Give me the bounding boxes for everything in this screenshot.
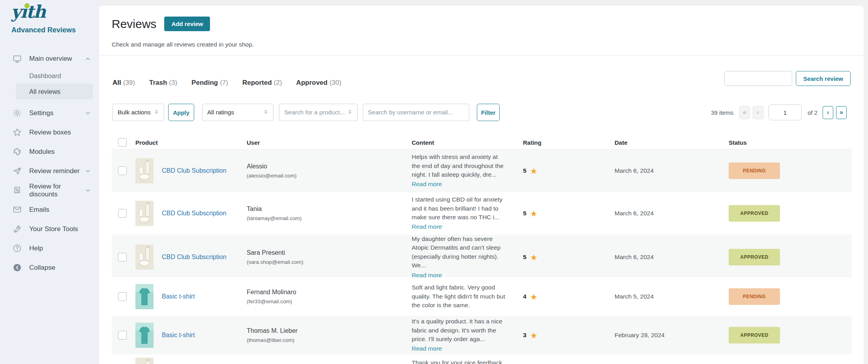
row-checkbox[interactable] bbox=[118, 292, 127, 301]
next-page-button[interactable]: › bbox=[823, 106, 833, 119]
review-content: Thank you for your nice feedback. It... bbox=[412, 359, 504, 364]
rating-value: 5 bbox=[523, 254, 527, 261]
sidebar-item-review-boxes[interactable]: Review boxes bbox=[0, 123, 99, 142]
send-icon bbox=[12, 166, 22, 176]
prev-page-button[interactable]: ‹ bbox=[753, 106, 763, 119]
sidebar-item-review-for-discounts[interactable]: Review for discounts bbox=[0, 181, 99, 200]
first-page-button[interactable]: « bbox=[739, 106, 750, 119]
bulk-actions-select[interactable]: Bulk actions bbox=[112, 104, 164, 121]
sidebar-item-main-overview[interactable]: Main overview bbox=[0, 50, 99, 68]
select-all-checkbox[interactable] bbox=[118, 138, 127, 147]
sidebar-item-all-reviews[interactable]: All reviews bbox=[16, 84, 93, 99]
user-name: Thomas M. Lieber bbox=[247, 327, 412, 334]
puzzle-icon bbox=[12, 147, 22, 157]
select-arrows-icon bbox=[153, 108, 160, 117]
product-image-cbd bbox=[135, 245, 154, 270]
star-icon: ★ bbox=[530, 167, 538, 175]
current-page-input[interactable] bbox=[769, 105, 802, 120]
product-link[interactable]: Basic t-shirt bbox=[162, 293, 195, 300]
review-date: March 6, 2024 bbox=[615, 254, 729, 261]
column-header-product: Product bbox=[135, 139, 247, 146]
rating-value: 3 bbox=[523, 332, 527, 339]
sidebar-item-help[interactable]: Help bbox=[0, 239, 99, 258]
sidebar-item-settings[interactable]: Settings bbox=[0, 103, 99, 123]
table-row: Basic t-shirt Fernand Molinaro (fer33@em… bbox=[112, 277, 852, 316]
page-title: Reviews bbox=[112, 17, 156, 31]
pagination: 39 items « ‹ of 2 › » bbox=[711, 104, 847, 121]
sidebar-item-dashboard[interactable]: Dashboard bbox=[0, 68, 99, 84]
chevron-down-icon[interactable] bbox=[84, 168, 91, 174]
star-icon: ★ bbox=[530, 253, 538, 261]
filter-button[interactable]: Filter bbox=[477, 104, 500, 121]
rocket-icon bbox=[12, 224, 22, 234]
product-image-cbd bbox=[135, 201, 154, 226]
tab-reported[interactable]: Reported(2) bbox=[242, 79, 282, 87]
chevron-up-icon[interactable] bbox=[84, 56, 91, 62]
gear-icon bbox=[12, 108, 22, 118]
table-row: Basic t-shirt Thomas M. Lieber (thomas@l… bbox=[112, 316, 852, 355]
row-checkbox[interactable] bbox=[118, 166, 127, 175]
read-more-link[interactable]: Read more bbox=[412, 344, 442, 353]
sidebar-item-your-store-tools[interactable]: Your Store Tools bbox=[0, 219, 99, 239]
table-row: CBD Club Subscription Alessio (alessio@e… bbox=[112, 149, 852, 192]
product-image-cbd bbox=[135, 358, 154, 364]
row-checkbox[interactable] bbox=[118, 331, 127, 340]
product-link[interactable]: CBD Club Subscription bbox=[162, 167, 227, 174]
column-header-date: Date bbox=[615, 139, 729, 146]
apply-button[interactable]: Apply bbox=[168, 104, 194, 121]
tab-approved[interactable]: Approved(30) bbox=[296, 79, 341, 87]
user-search-input[interactable] bbox=[363, 104, 469, 121]
product-link[interactable]: Basic t-shirt bbox=[162, 332, 195, 339]
tab-pending[interactable]: Pending(7) bbox=[191, 79, 228, 87]
review-content: I started using CBD oil for anxiety and … bbox=[412, 196, 502, 220]
help-icon bbox=[12, 243, 22, 254]
user-email: (fer33@email.com) bbox=[247, 299, 412, 304]
last-page-button[interactable]: » bbox=[836, 106, 847, 119]
row-checkbox[interactable] bbox=[118, 209, 127, 218]
star-icon: ★ bbox=[530, 331, 538, 340]
select-arrows-icon bbox=[262, 108, 269, 117]
status-badge: APPROVED bbox=[729, 249, 780, 265]
column-header-content: Content bbox=[412, 139, 523, 146]
review-date: March 5, 2024 bbox=[615, 293, 729, 300]
row-checkbox[interactable] bbox=[118, 253, 127, 261]
sidebar-item-collapse[interactable]: Collapse bbox=[0, 258, 99, 277]
review-content: Soft and light fabric. Very good quality… bbox=[412, 284, 505, 308]
sidebar-item-modules[interactable]: Modules bbox=[0, 142, 99, 161]
sidebar-item-emails[interactable]: Emails bbox=[0, 200, 99, 219]
product-link[interactable]: CBD Club Subscription bbox=[162, 210, 227, 217]
filters-toolbar: Bulk actions Apply All ratings Search fo… bbox=[112, 104, 500, 121]
rating-value: 5 bbox=[523, 210, 527, 217]
collapse-arrow-icon bbox=[12, 263, 22, 273]
select-arrows-icon bbox=[347, 108, 353, 117]
search-review-button[interactable]: Search review bbox=[796, 71, 851, 86]
read-more-link[interactable]: Read more bbox=[412, 271, 442, 280]
search-review-input[interactable] bbox=[724, 71, 792, 86]
status-badge: PENDING bbox=[729, 162, 780, 179]
table-row: CBD Club Subscription Tania (taniamay@em… bbox=[112, 192, 852, 235]
total-pages-label: of 2 bbox=[808, 109, 817, 116]
review-date: February 28, 2024 bbox=[615, 332, 729, 339]
read-more-link[interactable]: Read more bbox=[412, 180, 442, 189]
tab-trash[interactable]: Trash(3) bbox=[149, 79, 177, 87]
header-divider bbox=[99, 55, 864, 56]
product-image-cbd bbox=[135, 158, 154, 183]
user-email: (thomas@liber.com) bbox=[247, 337, 412, 343]
sidebar-item-review-reminder[interactable]: Review reminder bbox=[0, 161, 99, 181]
review-date: March 6, 2024 bbox=[615, 210, 729, 217]
chevron-down-icon[interactable] bbox=[84, 187, 91, 194]
ratings-filter-select[interactable]: All ratings bbox=[202, 104, 274, 121]
add-review-button[interactable]: Add review bbox=[164, 17, 210, 31]
product-link[interactable]: CBD Club Subscription bbox=[162, 254, 227, 261]
sidebar-item-label: Main overview bbox=[29, 55, 72, 63]
sidebar-item-label: Your Store Tools bbox=[29, 225, 78, 233]
tab-all[interactable]: All(39) bbox=[112, 79, 135, 87]
product-search-select[interactable]: Search for a product... bbox=[279, 104, 358, 121]
read-more-link[interactable]: Read more bbox=[412, 222, 442, 231]
table-row: CBD Club Subscription Sara Presenti (sar… bbox=[112, 235, 852, 277]
user-name: Tania bbox=[247, 205, 412, 213]
review-content: Helps with stress and anxiety at the end… bbox=[412, 153, 504, 178]
rating-value: 5 bbox=[523, 167, 527, 174]
chevron-down-icon[interactable] bbox=[84, 110, 91, 116]
review-content: My daughter often has severe Atopic Derm… bbox=[412, 235, 501, 269]
